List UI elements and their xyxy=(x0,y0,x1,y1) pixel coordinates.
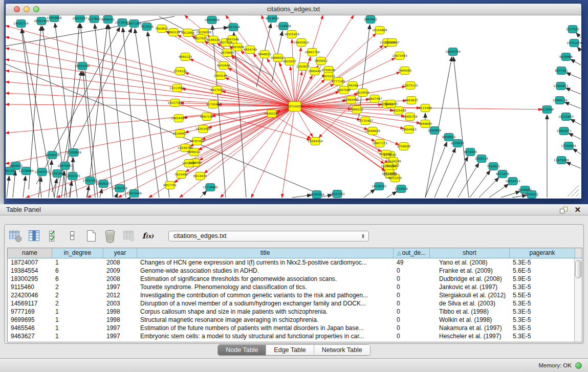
table-cell: Tourette syndrome. Phenomenology and cla… xyxy=(137,283,394,291)
show-columns-icon[interactable] xyxy=(28,229,41,243)
table-cell: Hescheler et al. (1997) xyxy=(430,332,510,340)
graph-node-label: 9777169 xyxy=(332,80,345,83)
graph-node-label: 14285914 xyxy=(309,193,324,196)
graph-node-label: 9827508 xyxy=(219,41,232,44)
column-header-in-degree[interactable]: in_degree xyxy=(52,248,103,258)
column-header-pagerank[interactable]: pagerank xyxy=(510,248,575,258)
new-column-icon[interactable] xyxy=(84,229,98,243)
graph-node-label: 1640954 xyxy=(428,129,441,132)
table-panel-title: Table Panel xyxy=(6,204,41,215)
graph-node-label: 2718120 xyxy=(173,70,187,73)
table-cell: 9463627 xyxy=(8,332,52,340)
table-row[interactable]: 911546021997Tourette syndrome. Phenomeno… xyxy=(8,283,582,291)
tab-node-table[interactable]: Node Table xyxy=(218,345,266,355)
column-header-name[interactable]: name xyxy=(8,248,52,258)
delete-columns-icon[interactable] xyxy=(103,229,117,243)
window-titlebar[interactable]: citations_edges.txt xyxy=(6,4,581,15)
table-row[interactable]: 946554611997Estimation of the future num… xyxy=(8,324,582,332)
memory-status-indicator[interactable] xyxy=(575,362,582,369)
table-row[interactable]: 1938455462009Genome-wide association stu… xyxy=(8,267,582,275)
graph-node-label: 6497568 xyxy=(337,89,351,92)
table-tabs: Node Table Edge Table Network Table xyxy=(0,344,588,356)
table-cell: 9699695 xyxy=(8,316,52,324)
table-cell: de Silva et al. (2003) xyxy=(430,299,510,308)
graph-node-label: 19524856 xyxy=(382,172,397,175)
graph-node-label: 1897546 xyxy=(226,38,239,41)
graph-node-label: 20053346 xyxy=(75,64,90,68)
node-table[interactable]: name in_degree year title △out_de... sho… xyxy=(7,248,582,342)
table-cell: Franke et al. (2009) xyxy=(430,267,510,275)
table-cell: Corpus callosum shape and size in male p… xyxy=(137,308,394,316)
graph-node-label: 10654112 xyxy=(505,180,520,183)
column-header-title[interactable]: title xyxy=(137,248,394,258)
graph-node-label: 20206526 xyxy=(45,154,60,157)
graph-node-label: 9170046 xyxy=(206,103,220,106)
select-columns-icon[interactable] xyxy=(47,229,60,243)
table-row[interactable]: 1830029562008Estimation of significance … xyxy=(8,275,582,283)
table-panel-titlebar[interactable]: Table Panel ✕ xyxy=(0,204,588,215)
table-row[interactable]: 2242004622012Investigating the contribut… xyxy=(8,291,582,299)
graph-node-label: 2875685 xyxy=(221,51,234,54)
row-height-icon[interactable] xyxy=(66,229,79,243)
graph-node-label: 14136141 xyxy=(372,185,387,188)
graph-node-label: 12923448 xyxy=(126,192,142,195)
graph-node-label: 9850612 xyxy=(9,164,23,167)
close-panel-icon[interactable]: ✕ xyxy=(574,205,581,214)
table-cell: 5.3E-5 xyxy=(510,316,575,324)
table-row[interactable]: 1872400712008Changes of HCN gene express… xyxy=(8,258,582,267)
graph-node-label: 746266 xyxy=(347,84,358,87)
graph-node-label: 7857224 xyxy=(227,26,240,29)
table-row[interactable]: 969969511998Structural magnetic resonanc… xyxy=(8,316,582,324)
network-view-window[interactable]: citations_edges.txt 18724007183002951938… xyxy=(5,3,582,199)
table-cell: 18300295 xyxy=(8,275,52,283)
table-selector-dropdown[interactable]: citations_edges.txt ▲▼ xyxy=(168,231,369,242)
graph-node-label: 5624554 xyxy=(356,91,369,94)
graph-node-label: 9227341 xyxy=(555,69,568,72)
table-cell: Changes of HCN gene expression and I(f) … xyxy=(137,258,394,267)
table-cell: 5.3E-5 xyxy=(510,299,575,308)
table-cell: 1 xyxy=(52,324,103,332)
scrollbar-thumb[interactable] xyxy=(575,260,581,278)
graph-node-label: 12042737 xyxy=(34,170,50,173)
graph-node-label: 9252254 xyxy=(388,177,402,180)
table-cell: Embryonic stem cells: a model to study s… xyxy=(137,332,394,340)
column-header-out-degree[interactable]: △out_de... xyxy=(394,248,430,258)
table-cell: Jankovic et al. (1997) xyxy=(430,283,510,291)
tab-edge-table[interactable]: Edge Table xyxy=(266,345,313,355)
table-row[interactable]: 1456911722003Disruption of a novel membe… xyxy=(8,299,582,308)
table-cell: 9115460 xyxy=(8,283,52,291)
graph-node-label: 9827503 xyxy=(194,37,207,40)
tab-network-table[interactable]: Network Table xyxy=(314,345,370,355)
float-panel-icon[interactable] xyxy=(559,206,568,214)
graph-node-label: 8813054 xyxy=(266,17,279,20)
table-cell: 5.3E-5 xyxy=(510,308,575,316)
table-cell: 0 xyxy=(394,283,430,291)
graph-node-label: 14055724 xyxy=(13,22,29,25)
network-canvas[interactable]: 1872400718300295193845542322605898275038… xyxy=(6,15,581,199)
dropdown-stepper-icon: ▲▼ xyxy=(359,233,368,238)
table-cell: 2008 xyxy=(103,275,137,283)
graph-node-label: 15166827 xyxy=(172,132,188,135)
table-row[interactable]: 946362711997Embryonic stem cells: a mode… xyxy=(8,332,582,340)
function-builder-icon[interactable]: f(x) xyxy=(141,229,155,243)
column-header-year[interactable]: year xyxy=(103,248,137,258)
graph-node-label: 20891406 xyxy=(34,19,49,23)
table-cell: 1 xyxy=(52,258,103,267)
table-cell: 9465546 xyxy=(8,324,52,332)
table-browser-box: f(x) citations_edges.txt ▲▼ name in_degr… xyxy=(4,224,584,344)
graph-node-label: 1117532 xyxy=(566,28,579,31)
graph-node-label: 9245652 xyxy=(518,188,532,191)
column-header-short[interactable]: short xyxy=(430,248,510,258)
graph-node-label: 6794028 xyxy=(322,69,335,72)
graph-node-label: 18300295 xyxy=(264,112,279,115)
table-cell: Estimation of the future numbers of pati… xyxy=(137,324,394,332)
graph-node-label: 10688639 xyxy=(365,129,380,133)
table-header-row[interactable]: name in_degree year title △out_de... sho… xyxy=(8,248,582,258)
graph-node-label: 10653287 xyxy=(72,17,88,20)
table-scrollbar[interactable] xyxy=(574,258,582,342)
header-filler xyxy=(575,248,582,258)
graph-node-label: 6466161 xyxy=(101,18,115,21)
table-mode-icon[interactable] xyxy=(9,229,22,243)
graph-node-label: 16151234 xyxy=(381,165,396,168)
table-row[interactable]: 977716911998Corpus callosum shape and si… xyxy=(8,308,582,316)
